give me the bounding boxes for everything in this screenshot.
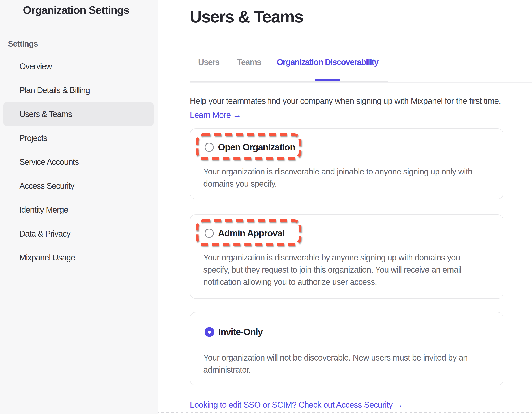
option-label: Admin Approval (218, 228, 285, 238)
sidebar-item-plan-details-billing[interactable]: Plan Details & Billing (3, 78, 153, 102)
tab-teams[interactable]: Teams (237, 57, 262, 81)
tab-label: Teams (237, 57, 261, 67)
tab-organization-discoverability[interactable]: Organization Discoverability (277, 57, 378, 81)
sidebar-item-users-teams[interactable]: Users & Teams (3, 102, 153, 126)
sidebar-section-label: Settings (8, 39, 38, 48)
sidebar-item-label: Users & Teams (19, 110, 72, 119)
option-card-open-organization: Open OrganizationYour organization is di… (190, 128, 504, 199)
sidebar-title: Organization Settings (23, 4, 129, 16)
sidebar-item-service-accounts[interactable]: Service Accounts (3, 150, 153, 174)
tab-indicator-placeholder (237, 79, 262, 81)
tab-label: Organization Discoverability (277, 57, 378, 67)
sidebar-item-label: Data & Privacy (19, 229, 70, 238)
sidebar-item-label: Identity Merge (19, 205, 68, 215)
sidebar-item-label: Projects (19, 133, 47, 143)
sidebar-item-access-security[interactable]: Access Security (3, 174, 153, 198)
option-label: Open Organization (218, 142, 295, 152)
sidebar-item-label: Service Accounts (19, 157, 79, 167)
sidebar-item-label: Overview (19, 62, 52, 71)
sidebar-item-identity-merge[interactable]: Identity Merge (3, 198, 153, 222)
sidebar-nav: OverviewPlan Details & BillingUsers & Te… (3, 54, 153, 270)
sidebar-item-projects[interactable]: Projects (3, 126, 153, 150)
sidebar-item-label: Plan Details & Billing (19, 85, 90, 95)
learn-more-link[interactable]: Learn More → (190, 110, 241, 120)
sidebar-item-overview[interactable]: Overview (3, 54, 153, 78)
sidebar: Organization Settings Settings OverviewP… (0, 0, 158, 414)
sidebar-item-label: Access Security (19, 181, 74, 191)
radio-admin-approval[interactable] (205, 229, 214, 238)
active-tab-indicator (315, 79, 340, 81)
tab-label: Users (198, 57, 219, 67)
option-row-invite-only[interactable]: Invite-Only (205, 327, 263, 337)
radio-open-organization[interactable] (205, 143, 214, 152)
footer-access-security-link[interactable]: Looking to edit SSO or SCIM? Check out A… (190, 400, 403, 410)
main-panel: Users & Teams UsersTeamsOrganization Dis… (158, 0, 532, 414)
tab-users[interactable]: Users (196, 57, 221, 81)
option-row-admin-approval[interactable]: Admin Approval (205, 228, 285, 238)
sidebar-item-label: Mixpanel Usage (19, 253, 75, 262)
radio-invite-only-selected[interactable] (205, 327, 214, 337)
bottom-divider (158, 412, 532, 413)
option-card-invite-only: Invite-OnlyYour organization will not be… (190, 312, 504, 386)
option-description: Your organization will not be discoverab… (203, 351, 495, 376)
tab-indicator-placeholder (196, 79, 221, 81)
sidebar-item-data-privacy[interactable]: Data & Privacy (3, 222, 153, 245)
option-description: Your organization is discoverable by any… (203, 252, 495, 288)
option-description: Your organization is discoverable and jo… (203, 165, 495, 190)
intro-text: Help your teammates find your company wh… (190, 96, 532, 106)
option-label: Invite-Only (218, 327, 263, 337)
option-card-admin-approval: Admin ApprovalYour organization is disco… (190, 214, 504, 299)
option-row-open-organization[interactable]: Open Organization (205, 142, 295, 152)
sidebar-item-mixpanel-usage[interactable]: Mixpanel Usage (3, 245, 153, 270)
tab-bar: UsersTeamsOrganization Discoverability (196, 57, 378, 81)
page-title: Users & Teams (190, 7, 303, 27)
